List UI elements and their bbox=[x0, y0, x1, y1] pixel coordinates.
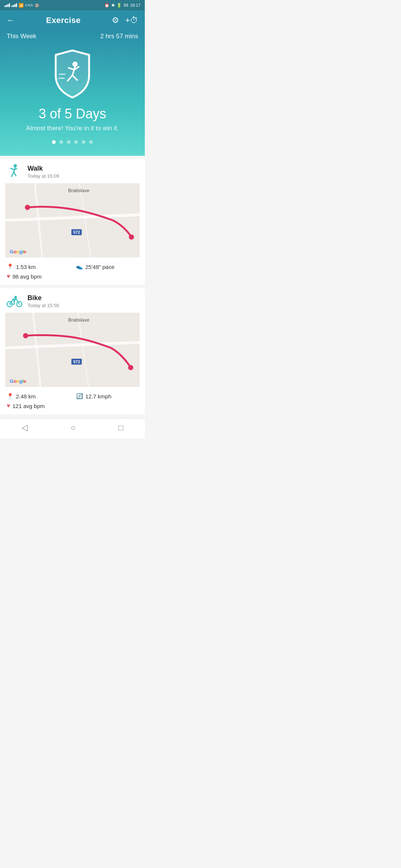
svg-line-13 bbox=[14, 172, 16, 176]
nav-home-button[interactable]: ○ bbox=[71, 423, 75, 433]
walk-road-badge: 572 bbox=[71, 229, 82, 235]
days-count: 3 of 5 Days bbox=[7, 106, 138, 122]
week-row: This Week 2 hrs 57 mins bbox=[7, 30, 138, 47]
walk-bpm-row: ♥ 98 avg bpm bbox=[0, 273, 145, 285]
status-bar: 📶 0 K/s 1 ⏰ ✱ 🔋 89 18:17 bbox=[0, 0, 145, 10]
svg-line-12 bbox=[12, 172, 14, 177]
walk-title-group: Walk Today at 16:09 bbox=[27, 165, 59, 179]
bike-map[interactable]: Bratislave 572 Google bbox=[5, 313, 140, 387]
bike-title-group: Bike Today at 15:56 bbox=[27, 294, 59, 308]
bike-speed: 🔄 12.7 kmph bbox=[76, 393, 138, 400]
hero-section: This Week 2 hrs 57 mins 3 of 5 Days Almo… bbox=[0, 30, 145, 156]
walk-icon bbox=[7, 164, 22, 180]
svg-line-30 bbox=[33, 313, 40, 387]
progress-dots bbox=[7, 140, 138, 144]
dot-5 bbox=[82, 140, 85, 144]
signal-bars-2 bbox=[12, 3, 17, 7]
notification-badge: 1 bbox=[35, 3, 40, 7]
svg-point-18 bbox=[129, 234, 134, 240]
week-time: 2 hrs 57 mins bbox=[100, 33, 138, 40]
nav-back-button[interactable]: ◁ bbox=[22, 423, 28, 433]
location-icon: 📍 bbox=[7, 263, 14, 270]
svg-line-31 bbox=[78, 313, 89, 387]
shoe-icon: 👟 bbox=[76, 263, 83, 270]
exercise-shield-icon bbox=[48, 47, 97, 99]
divider-1 bbox=[5, 285, 140, 285]
svg-point-17 bbox=[25, 205, 30, 210]
walk-time: Today at 16:09 bbox=[27, 173, 59, 179]
bike-google-logo: Google bbox=[10, 378, 26, 384]
walk-bpm-value: 98 avg bpm bbox=[13, 273, 42, 280]
walk-distance-value: 1.53 km bbox=[16, 264, 36, 270]
alarm-icon: ⏰ bbox=[104, 3, 110, 8]
walk-activity-card[interactable]: Walk Today at 16:09 Bratislave 572 Googl… bbox=[0, 159, 145, 285]
bluetooth-icon: ✱ bbox=[111, 3, 115, 8]
speed-icon: 🔄 bbox=[76, 393, 83, 400]
data-speed: 0 K/s bbox=[25, 3, 33, 7]
bike-card-header: Bike Today at 15:56 bbox=[0, 288, 145, 313]
back-button[interactable]: ← bbox=[7, 16, 15, 25]
dot-3 bbox=[67, 140, 71, 144]
heart-icon-walk: ♥ bbox=[7, 273, 10, 280]
location-icon-bike: 📍 bbox=[7, 393, 14, 400]
settings-icon[interactable]: ⚙ bbox=[112, 16, 119, 25]
walk-stats-row: 📍 1.53 km 👟 25'48" pace bbox=[0, 262, 145, 273]
days-subtitle: Almost there! You're in it to win it. bbox=[7, 125, 138, 132]
nav-recent-button[interactable]: □ bbox=[118, 423, 123, 433]
bike-speed-value: 12.7 kmph bbox=[85, 393, 111, 400]
heart-icon-bike: ♥ bbox=[7, 402, 10, 409]
bike-stats-row: 📍 2.48 km 🔄 12.7 kmph bbox=[0, 391, 145, 402]
bottom-navigation: ◁ ○ □ bbox=[0, 418, 145, 438]
page-header: ← Exercise ⚙ +⏱ bbox=[0, 10, 145, 30]
bike-icon bbox=[7, 293, 22, 309]
status-right: ⏰ ✱ 🔋 89 18:17 bbox=[104, 3, 140, 8]
walk-pace: 👟 25'48" pace bbox=[76, 263, 138, 270]
walk-distance: 📍 1.53 km bbox=[7, 263, 69, 270]
walk-card-header: Walk Today at 16:09 bbox=[0, 159, 145, 183]
dot-4 bbox=[74, 140, 78, 144]
battery-icon: 🔋 bbox=[117, 3, 122, 8]
svg-point-32 bbox=[23, 333, 28, 338]
walk-map-svg bbox=[5, 183, 140, 257]
page-title: Exercise bbox=[46, 16, 81, 25]
bike-map-svg bbox=[5, 313, 140, 387]
status-left: 📶 0 K/s 1 bbox=[4, 3, 39, 8]
walk-title: Walk bbox=[27, 165, 59, 172]
bike-bpm-value: 121 avg bpm bbox=[13, 403, 45, 409]
bike-road-badge: 572 bbox=[71, 359, 82, 365]
svg-line-29 bbox=[5, 342, 140, 348]
svg-line-14 bbox=[5, 215, 140, 220]
walk-google-logo: Google bbox=[10, 249, 26, 254]
svg-point-33 bbox=[128, 365, 133, 370]
bike-distance: 📍 2.48 km bbox=[7, 393, 69, 400]
walk-map-city-label: Bratislave bbox=[68, 188, 89, 193]
add-timer-button[interactable]: +⏱ bbox=[125, 16, 138, 25]
dot-1 bbox=[52, 140, 56, 144]
signal-bars-1 bbox=[4, 3, 10, 7]
wifi-icon: 📶 bbox=[19, 3, 24, 8]
walk-map[interactable]: Bratislave 572 Google bbox=[5, 183, 140, 257]
dot-2 bbox=[59, 140, 63, 144]
clock-time: 18:17 bbox=[130, 3, 140, 7]
week-label: This Week bbox=[7, 33, 36, 40]
dot-6 bbox=[89, 140, 93, 144]
walk-pace-value: 25'48" pace bbox=[85, 264, 114, 270]
svg-line-11 bbox=[14, 169, 17, 170]
header-icons: ⚙ +⏱ bbox=[112, 16, 138, 25]
shield-container bbox=[7, 47, 138, 99]
bike-title: Bike bbox=[27, 294, 59, 302]
bike-distance-value: 2.48 km bbox=[16, 393, 36, 400]
bike-map-city-label: Bratislave bbox=[68, 317, 89, 323]
bike-time: Today at 15:56 bbox=[27, 303, 59, 308]
svg-line-16 bbox=[79, 183, 91, 257]
svg-point-0 bbox=[72, 62, 78, 67]
battery-level: 89 bbox=[124, 3, 128, 7]
bike-bpm-row: ♥ 121 avg bpm bbox=[0, 402, 145, 414]
bike-activity-card[interactable]: Bike Today at 15:56 Bratislave 572 Googl… bbox=[0, 288, 145, 414]
